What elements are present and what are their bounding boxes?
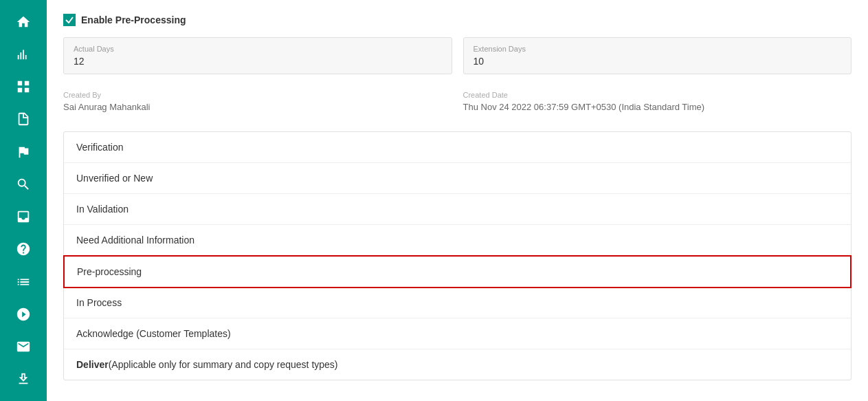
created-date-box: Created Date Thu Nov 24 2022 06:37:59 GM… xyxy=(463,85,852,118)
sidebar-item-media[interactable] xyxy=(0,299,47,329)
status-item-in-validation[interactable]: In Validation xyxy=(64,194,851,225)
status-item-verification[interactable]: Verification xyxy=(64,132,851,163)
deliver-text: Deliver(Applicable only for summary and … xyxy=(76,359,338,370)
days-fields-row: Actual Days 12 Extension Days 10 xyxy=(63,37,852,74)
extension-days-label: Extension Days xyxy=(474,45,842,53)
sidebar-item-inbox[interactable] xyxy=(0,202,47,232)
created-date-value: Thu Nov 24 2022 06:37:59 GMT+0530 (India… xyxy=(463,102,852,112)
sidebar-item-home[interactable] xyxy=(0,7,47,36)
actual-days-label: Actual Days xyxy=(74,45,442,53)
sidebar-item-tools[interactable] xyxy=(0,169,47,199)
actual-days-field: Actual Days 12 xyxy=(63,37,452,74)
enable-preprocessing-checkbox[interactable] xyxy=(63,14,76,26)
sidebar-item-document[interactable] xyxy=(0,105,47,134)
status-item-unverified[interactable]: Unverified or New xyxy=(64,163,851,194)
sidebar-item-chart[interactable] xyxy=(0,39,47,69)
created-by-label: Created By xyxy=(63,91,452,99)
enable-preprocessing-label: Enable Pre-Processing xyxy=(81,14,186,25)
extension-days-value: 10 xyxy=(474,56,842,67)
status-item-pre-processing[interactable]: Pre-processing xyxy=(63,255,852,288)
sidebar-item-support[interactable] xyxy=(0,235,47,264)
actual-days-value: 12 xyxy=(74,56,442,67)
enable-preprocessing-row: Enable Pre-Processing xyxy=(63,14,852,26)
main-content: Enable Pre-Processing Actual Days 12 Ext… xyxy=(47,0,868,401)
status-item-acknowledge[interactable]: Acknowledge (Customer Templates) xyxy=(64,318,851,349)
status-list: Verification Unverified or New In Valida… xyxy=(63,131,852,380)
sidebar-item-upload[interactable] xyxy=(0,365,47,394)
status-item-in-process[interactable]: In Process xyxy=(64,288,851,318)
extension-days-field: Extension Days 10 xyxy=(463,37,852,74)
sidebar-item-grid[interactable] xyxy=(0,72,47,102)
sidebar-item-mail[interactable] xyxy=(0,332,47,362)
created-by-box: Created By Sai Anurag Mahankali xyxy=(63,85,452,118)
created-info-row: Created By Sai Anurag Mahankali Created … xyxy=(63,85,852,118)
status-item-need-additional[interactable]: Need Additional Information xyxy=(64,225,851,256)
sidebar-item-list[interactable] xyxy=(0,267,47,296)
sidebar xyxy=(0,0,47,401)
sidebar-item-flag[interactable] xyxy=(0,137,47,166)
created-date-label: Created Date xyxy=(463,91,852,99)
status-item-deliver[interactable]: Deliver(Applicable only for summary and … xyxy=(64,349,851,380)
created-by-value: Sai Anurag Mahankali xyxy=(63,102,452,112)
